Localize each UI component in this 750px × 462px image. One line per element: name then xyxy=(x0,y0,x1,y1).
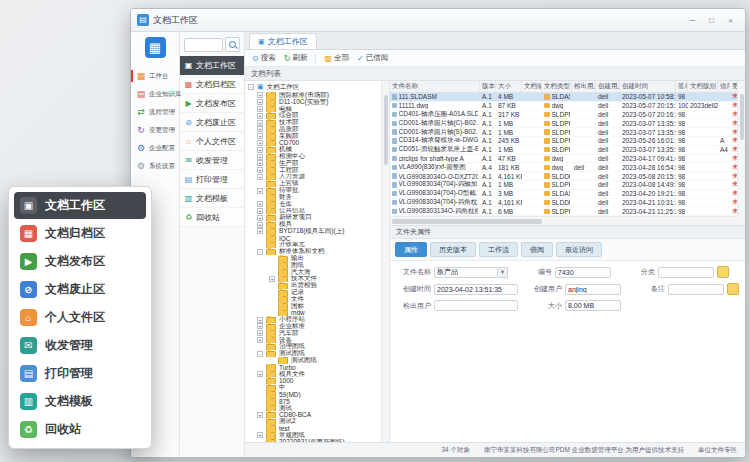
tree-item[interactable]: + BYD718(模具车间)(上) xyxy=(248,228,381,235)
tree-item[interactable]: 出货检验 xyxy=(248,282,381,289)
tree-item[interactable]: 文件 xyxy=(248,296,381,303)
table-row[interactable]: CD001-轴承圆片轴(C)-B02.1 A.1 1 MB SLDPRT del… xyxy=(390,119,738,128)
nav-item[interactable]: ⚙ 企业配置 xyxy=(131,139,179,157)
toolbar-button[interactable]: ↻ 刷新 xyxy=(284,53,317,63)
tree-item[interactable]: 输出 xyxy=(248,255,381,262)
maximize-button[interactable]: □ xyxy=(703,13,720,27)
expander-icon[interactable]: + xyxy=(257,337,263,343)
expander-icon[interactable]: + xyxy=(257,317,263,323)
tree-item[interactable]: 国标 xyxy=(248,303,381,310)
tree-item[interactable]: + 生产部 xyxy=(248,160,381,167)
module-item[interactable]: ▶ 文档发布区 xyxy=(180,94,244,113)
expander-icon[interactable]: + xyxy=(257,147,263,153)
table-row[interactable]: CD314-轴承臂模块-w-DWG100 A.1 245 KB SLDPRT d… xyxy=(390,137,738,146)
expander-icon[interactable]: + xyxy=(257,188,263,194)
expander-icon[interactable]: + xyxy=(257,133,263,139)
tree-item[interactable]: + 电梯 xyxy=(248,106,381,113)
tree-item[interactable]: 20220831(变更新图纸) xyxy=(248,439,381,442)
table-row[interactable]: VLA990(836)rxf-圆整图 A.4 181 KB dwg dell d… xyxy=(390,163,738,172)
tree-item[interactable]: + D11-10C(实验室) xyxy=(248,99,381,106)
tree-scrollbar-thumb[interactable] xyxy=(384,95,389,165)
tree-item[interactable]: + 待审批 xyxy=(248,187,381,194)
tab-document-workspace[interactable]: ▣ 文档工作区 xyxy=(249,33,317,49)
expander-icon[interactable]: + xyxy=(257,174,263,180)
module-item[interactable]: ▦ 文档归档区 xyxy=(180,75,244,94)
expander-icon[interactable]: + xyxy=(257,92,263,98)
expander-icon[interactable]: + xyxy=(257,167,263,173)
expander-icon[interactable]: + xyxy=(257,215,263,221)
expander-icon[interactable]: + xyxy=(257,154,263,160)
popup-menu-item[interactable]: ▶ 文档发布区 xyxy=(14,248,146,275)
popup-menu-item[interactable]: ♻ 回收站 xyxy=(14,416,146,443)
expander-icon[interactable]: - xyxy=(257,351,263,357)
table-row[interactable]: 11111.dwg A.1 87 KB dwg dell 2023-05-07 … xyxy=(390,102,738,111)
tree-item[interactable]: + 综合部 xyxy=(248,112,381,119)
field-size[interactable] xyxy=(565,300,621,311)
tree-item[interactable]: test xyxy=(248,425,381,432)
module-item[interactable]: ✉ 收发管理 xyxy=(180,151,244,170)
field-code[interactable] xyxy=(555,267,611,278)
column-header[interactable]: 签名 xyxy=(676,81,688,92)
expander-icon[interactable]: + xyxy=(257,371,263,377)
column-header[interactable]: 创建用户 xyxy=(596,81,620,92)
table-row[interactable]: VLG99083034(704)-四轴加.SLDPRT A.1 1 MB SLD… xyxy=(390,181,738,190)
tree-item[interactable]: - 测试图纸 xyxy=(248,350,381,357)
expander-icon[interactable]: + xyxy=(257,140,263,146)
detail-tab[interactable]: 历史版本 xyxy=(430,242,476,257)
tree-item[interactable]: 治理图纸 xyxy=(248,343,381,350)
nav-item[interactable]: ⚙ 系统设置 xyxy=(131,157,179,175)
table-row[interactable]: VLG99083034O-O-DXZT2011 A.1 4,161 KB SLD… xyxy=(390,172,738,181)
table-row[interactable]: CD051-滑轮触发底座上盖-B01A A.1 1 MB SLDPRT dell… xyxy=(390,146,738,155)
table-h-scrollbar-thumb[interactable] xyxy=(392,219,542,224)
tree-item[interactable]: 上官镇 xyxy=(248,180,381,187)
tree-root[interactable]: - ▣ 文档工作区 xyxy=(248,83,381,91)
nav-item[interactable]: ↻ 变更管理 xyxy=(131,121,179,139)
tree-item[interactable]: + 技术文件 xyxy=(248,276,381,283)
field-create-time[interactable] xyxy=(434,284,518,295)
column-header[interactable]: 检出用户 xyxy=(572,81,596,92)
popup-menu-item[interactable]: ⊘ 文档废止区 xyxy=(14,276,146,303)
field-category[interactable] xyxy=(658,267,714,278)
expander-icon[interactable]: + xyxy=(257,113,263,119)
expander-icon[interactable]: + xyxy=(257,432,263,438)
column-header[interactable]: 创建时间 xyxy=(620,81,676,92)
tree-item[interactable]: 875 xyxy=(248,398,381,405)
expander-icon[interactable]: + xyxy=(257,106,263,112)
column-header[interactable]: 文档类型 xyxy=(542,81,572,92)
module-item[interactable]: ▤ 打印管理 xyxy=(180,170,244,189)
table-row[interactable]: VLG9908303134O-四角枕模板 A.1 6 MB SLDPRT del… xyxy=(390,207,738,216)
tree-item[interactable]: + 设备 xyxy=(248,337,381,344)
expander-icon[interactable]: + xyxy=(257,330,263,336)
expander-icon[interactable]: + xyxy=(257,201,263,207)
field-create-user[interactable] xyxy=(565,284,621,295)
module-item[interactable]: ▥ 文档模板 xyxy=(180,189,244,208)
expander-icon[interactable]: + xyxy=(257,120,263,126)
tree-item[interactable]: 图纸 xyxy=(248,262,381,269)
column-header[interactable]: 文档版别 xyxy=(688,81,718,92)
tree-item[interactable]: 测试图纸 xyxy=(248,357,381,364)
tree-item[interactable]: 记录 xyxy=(248,289,381,296)
column-header[interactable]: 版本 xyxy=(480,81,496,92)
tree-item[interactable]: 中 xyxy=(248,384,381,391)
module-item[interactable]: ♻ 回收站 xyxy=(180,208,244,227)
tree-item[interactable]: + 检测中心 xyxy=(248,153,381,160)
tree-item[interactable]: + 模具文件 xyxy=(248,371,381,378)
table-row[interactable]: CD001-轴承圆片轴(S)-B02.1 A.1 1 MB SLDPRT del… xyxy=(390,128,738,137)
tree-item[interactable]: + CD700 xyxy=(248,140,381,147)
expander-icon[interactable]: + xyxy=(257,208,263,214)
table-v-scrollbar-thumb[interactable] xyxy=(740,94,745,140)
tree-item[interactable]: + 品质部 xyxy=(248,126,381,133)
field-filename[interactable] xyxy=(434,267,498,278)
popup-menu-item[interactable]: ▥ 文档模板 xyxy=(14,388,146,415)
tree-item[interactable]: 59(MD) xyxy=(248,391,381,398)
expander-icon[interactable]: + xyxy=(257,160,263,166)
tree-item[interactable]: + 人力资源 xyxy=(248,174,381,181)
toolbar-button[interactable]: ⊙ 搜索 xyxy=(252,53,276,63)
module-item[interactable]: ⌂ 个人文件区 xyxy=(180,132,244,151)
tree-item[interactable]: 1000 xyxy=(248,377,381,384)
detail-tab[interactable]: 借阅 xyxy=(521,242,553,257)
column-header[interactable]: 借用 xyxy=(718,81,730,92)
minimize-button[interactable]: ─ xyxy=(684,13,701,27)
toolbar-button[interactable]: ✓ 已借阅 xyxy=(357,53,388,63)
table-row[interactable]: VLG99083034(704)-O型截.SLDASM A.1 3 MB SLD… xyxy=(390,190,738,199)
